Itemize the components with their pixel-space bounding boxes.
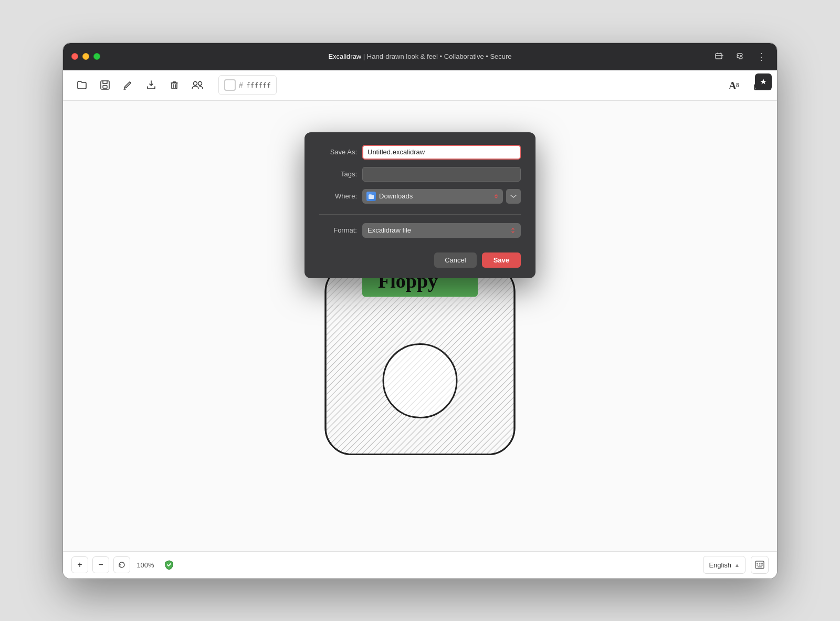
delete-button[interactable]: [164, 75, 185, 96]
zoom-reset-button[interactable]: [113, 556, 130, 573]
format-label: Format:: [319, 226, 357, 234]
tags-row: Tags:: [319, 167, 521, 182]
expand-button[interactable]: [506, 189, 521, 204]
collaborate-button[interactable]: [187, 75, 208, 96]
where-label: Where:: [319, 192, 357, 200]
where-select-inner: Downloads: [366, 192, 494, 201]
format-value: Excalidraw file: [368, 226, 411, 234]
format-row: Format: Excalidraw file: [319, 223, 521, 238]
svg-rect-22: [757, 565, 758, 566]
where-select[interactable]: Downloads: [362, 189, 503, 204]
titlebar: Excalidraw | Hand-drawn look & feel • Co…: [63, 43, 777, 70]
export-button[interactable]: [141, 75, 162, 96]
edit-button[interactable]: [118, 75, 139, 96]
dialog-overlay: Save As: Tags: Where:: [63, 101, 777, 551]
color-swatch[interactable]: [224, 79, 236, 91]
tags-label: Tags:: [319, 170, 357, 178]
save-as-input[interactable]: [362, 145, 521, 160]
cancel-button[interactable]: Cancel: [434, 252, 476, 268]
open-button[interactable]: [71, 75, 92, 96]
more-options-icon[interactable]: ⋮: [754, 49, 769, 64]
traffic-lights: [71, 53, 100, 60]
pin-button[interactable]: [755, 73, 772, 90]
window-title: Excalidraw | Hand-drawn look & feel • Co…: [328, 52, 511, 60]
zoom-out-button[interactable]: −: [92, 556, 109, 573]
divider: [319, 214, 521, 215]
svg-rect-24: [761, 565, 763, 566]
downloads-folder-icon: [366, 192, 376, 201]
zoom-controls: + − 100%: [71, 556, 177, 573]
save-button[interactable]: [94, 75, 116, 96]
maximize-button[interactable]: [93, 53, 100, 60]
bottombar: + − 100% English ▲: [63, 551, 777, 578]
svg-rect-3: [172, 83, 177, 89]
svg-rect-23: [759, 565, 761, 566]
save-as-label: Save As:: [319, 148, 357, 156]
titlebar-actions: ⋮: [712, 49, 769, 64]
svg-point-5: [198, 82, 202, 86]
color-value: ffffff: [246, 81, 271, 89]
language-label: English: [709, 561, 731, 569]
format-spinner-icon: [510, 228, 516, 233]
language-selector[interactable]: English ▲: [703, 556, 746, 574]
where-value: Downloads: [379, 192, 413, 200]
extensions-icon[interactable]: [733, 49, 748, 64]
language-arrow: ▲: [734, 562, 740, 568]
bottom-right: English ▲: [703, 556, 769, 574]
save-file-button[interactable]: Save: [482, 252, 521, 268]
hash-symbol: #: [239, 81, 243, 89]
format-select[interactable]: Excalidraw file: [362, 223, 521, 238]
zoom-in-button[interactable]: +: [71, 556, 88, 573]
close-button[interactable]: [71, 53, 78, 60]
color-panel[interactable]: # ffffff: [218, 75, 277, 95]
spinner-icon: [494, 194, 499, 199]
where-select-wrapper: Downloads: [362, 189, 521, 204]
minimize-button[interactable]: [82, 53, 89, 60]
dialog-buttons: Cancel Save: [319, 250, 521, 268]
shield-button[interactable]: [161, 556, 177, 573]
canvas-area[interactable]: Floppy Save As: Tags: Wh: [63, 101, 777, 551]
svg-rect-0: [716, 54, 722, 59]
tags-input[interactable]: [362, 167, 521, 182]
save-as-row: Save As:: [319, 145, 521, 160]
toolbar: # ffffff A 8: [63, 70, 777, 101]
app-window: Excalidraw | Hand-drawn look & feel • Co…: [63, 43, 777, 578]
svg-text:8: 8: [736, 82, 739, 88]
text-style-button[interactable]: A 8: [723, 75, 744, 96]
svg-rect-25: [758, 566, 762, 567]
svg-point-4: [194, 82, 197, 86]
svg-rect-19: [757, 563, 758, 564]
share-icon[interactable]: [712, 49, 727, 64]
svg-rect-2: [103, 86, 107, 88]
zoom-level: 100%: [134, 561, 156, 569]
svg-rect-21: [761, 563, 763, 564]
svg-rect-20: [759, 563, 761, 564]
keyboard-shortcuts-button[interactable]: [751, 556, 769, 574]
svg-text:A: A: [729, 80, 737, 91]
where-row: Where: Downloads: [319, 189, 521, 204]
save-dialog: Save As: Tags: Where:: [304, 132, 536, 278]
